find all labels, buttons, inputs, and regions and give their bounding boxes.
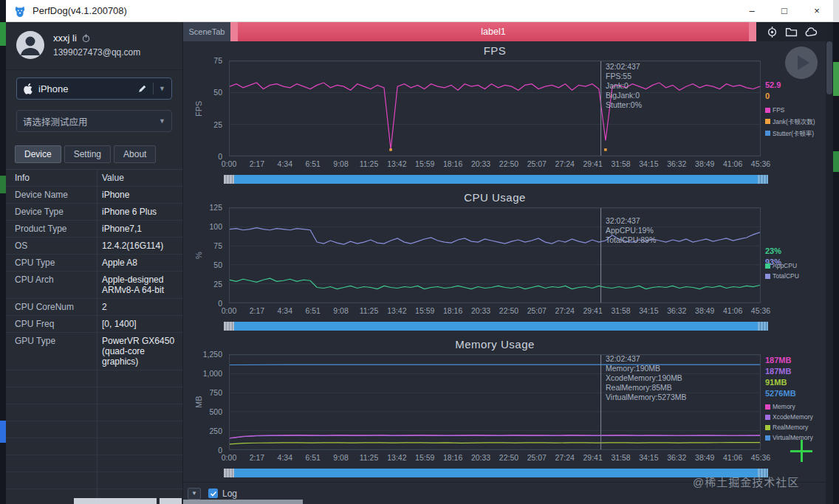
scrollbar-track[interactable] <box>234 175 758 184</box>
value-cell <box>97 421 182 438</box>
x-tick-label: 45:36 <box>747 159 775 168</box>
x-tick-label: 11:25 <box>355 159 383 168</box>
legend-label: Stutter(卡顿率) <box>773 128 814 137</box>
tab-scenetab[interactable]: SceneTab <box>183 22 230 41</box>
info-cell: Device Name <box>6 187 97 203</box>
value-cell: iPhone 6 Plus <box>97 204 182 220</box>
legend-item-stutter[interactable]: Stutter(卡顿率) <box>765 128 826 137</box>
info-table-body: Device NameiPhoneDevice TypeiPhone 6 Plu… <box>6 187 182 504</box>
table-row[interactable] <box>6 455 182 472</box>
scrollbar-track[interactable] <box>234 469 758 477</box>
x-tick-label: 29:41 <box>579 453 607 462</box>
sidebar: xxxj li 1399027473@qq.com iPhone ▼ <box>6 22 183 504</box>
edit-pen-icon[interactable] <box>137 83 148 94</box>
memory-chart: Memory Usage MB 02505007501,0001,250 32:… <box>183 335 826 482</box>
maximize-button[interactable]: □ <box>768 0 801 22</box>
tooltip-line: RealMemory:85MB <box>606 383 687 393</box>
scrollbar-left-grip[interactable] <box>224 469 234 477</box>
current-value: 5276MB <box>765 388 824 399</box>
table-row[interactable] <box>6 387 182 404</box>
background-window-sliver <box>160 498 182 504</box>
scrollbar-left-grip[interactable] <box>224 322 234 331</box>
table-row[interactable]: OS12.4.2(16G114) <box>6 238 182 255</box>
legend-label: TotalCPU <box>773 272 799 280</box>
table-row[interactable] <box>6 421 182 438</box>
logout-icon[interactable] <box>81 33 91 43</box>
chart-page-dropdown[interactable]: ▼ <box>188 488 201 500</box>
table-row[interactable]: Product TypeiPhone7,1 <box>6 221 182 238</box>
tab-label1[interactable]: label1 <box>230 22 756 41</box>
scrollbar-right-grip[interactable] <box>758 175 768 184</box>
table-row[interactable] <box>6 438 182 455</box>
table-row[interactable]: CPU TypeApple A8 <box>6 255 182 272</box>
x-tick-label: 6:51 <box>299 306 327 315</box>
legend-item-appcpu[interactable]: AppCPU <box>765 262 826 269</box>
app-select[interactable]: 请选择测试应用 ▼ <box>16 110 172 132</box>
legend-item-xcodememory[interactable]: XcodeMemory <box>765 413 826 421</box>
folder-icon[interactable] <box>785 26 798 38</box>
scene-tabbar: SceneTab label1 <box>183 22 826 41</box>
tab-device[interactable]: Device <box>15 145 61 163</box>
plot-area[interactable] <box>229 207 761 303</box>
x-tick-label: 27:24 <box>551 306 579 315</box>
info-cell: GPU Type <box>6 333 97 370</box>
desktop-sliver-right <box>833 0 839 504</box>
table-row[interactable] <box>6 404 182 421</box>
table-row[interactable]: Device NameiPhone <box>6 187 182 204</box>
cpu-chart: CPU Usage % 0255075100125 32:02:437AppCP… <box>183 188 826 335</box>
tab-about[interactable]: About <box>114 145 156 163</box>
table-row[interactable] <box>6 472 182 489</box>
x-tick-label: 38:49 <box>691 159 719 168</box>
y-tick-label: 1,250 <box>183 350 225 359</box>
play-button[interactable] <box>785 46 818 79</box>
scrollbar-track[interactable] <box>234 322 758 331</box>
h-scrollbar[interactable] <box>224 322 768 331</box>
x-tick-label: 25:07 <box>523 453 551 462</box>
value-cell <box>97 455 182 472</box>
chevron-down-icon[interactable]: ▼ <box>159 117 165 125</box>
chevron-down-icon[interactable]: ▼ <box>159 85 165 92</box>
x-axis: 0:002:174:346:519:0811:2513:4215:5918:16… <box>183 453 826 463</box>
table-row[interactable]: CPU ArchApple-designed ARMv8-A 64-bit <box>6 272 182 299</box>
legend-item-memory[interactable]: Memory <box>765 403 826 410</box>
tab-setting[interactable]: Setting <box>64 145 111 163</box>
legend-item-virtualmemory[interactable]: VirtualMemory <box>765 434 826 441</box>
x-tick-label: 31:58 <box>607 453 635 462</box>
legend-item-realmemory[interactable]: RealMemory <box>765 424 826 431</box>
plot-area[interactable] <box>229 61 761 156</box>
table-row[interactable]: CPU Freq[0, 1400] <box>6 316 182 333</box>
close-button[interactable]: × <box>801 0 833 22</box>
legend-swatch <box>765 108 770 113</box>
value-cell <box>97 387 182 404</box>
cloud-icon[interactable] <box>804 26 818 38</box>
table-row[interactable]: Device TypeiPhone 6 Plus <box>6 204 182 221</box>
tooltip-line: FPS:55 <box>606 72 642 81</box>
tab-scroll-left[interactable] <box>230 22 238 41</box>
x-tick-label: 13:42 <box>383 306 411 315</box>
minimize-button[interactable]: – <box>736 0 768 22</box>
desktop-sliver-left <box>0 0 6 504</box>
scrollbar-left-grip[interactable] <box>224 175 234 184</box>
info-cell <box>6 438 97 455</box>
tab-scroll-right[interactable] <box>749 22 756 41</box>
table-row[interactable]: CPU CoreNum2 <box>6 299 182 316</box>
device-select[interactable]: iPhone ▼ <box>16 77 172 100</box>
h-scrollbar[interactable] <box>224 175 768 184</box>
legend-item-jank[interactable]: Jank(卡顿次数) <box>765 117 826 125</box>
location-icon[interactable] <box>766 26 778 38</box>
table-row[interactable]: GPU TypePowerVR GX6450 (quad-core graphi… <box>6 333 182 370</box>
legend-item-fps[interactable]: FPS <box>765 106 826 114</box>
info-cell <box>6 370 97 387</box>
legend-item-totalcpu[interactable]: TotalCPU <box>765 272 826 280</box>
info-cell: CPU CoreNum <box>6 299 97 315</box>
v-scrollbar-thumb[interactable] <box>826 41 832 94</box>
v-scrollbar[interactable] <box>826 22 833 504</box>
legend-label: RealMemory <box>773 424 808 431</box>
table-row[interactable] <box>6 370 182 387</box>
x-tick-label: 13:42 <box>383 159 411 168</box>
x-tick-label: 0:00 <box>215 306 243 315</box>
log-checkbox[interactable] <box>208 489 218 498</box>
h-scrollbar[interactable] <box>224 469 768 477</box>
value-cell <box>97 472 182 489</box>
scrollbar-right-grip[interactable] <box>758 322 768 331</box>
